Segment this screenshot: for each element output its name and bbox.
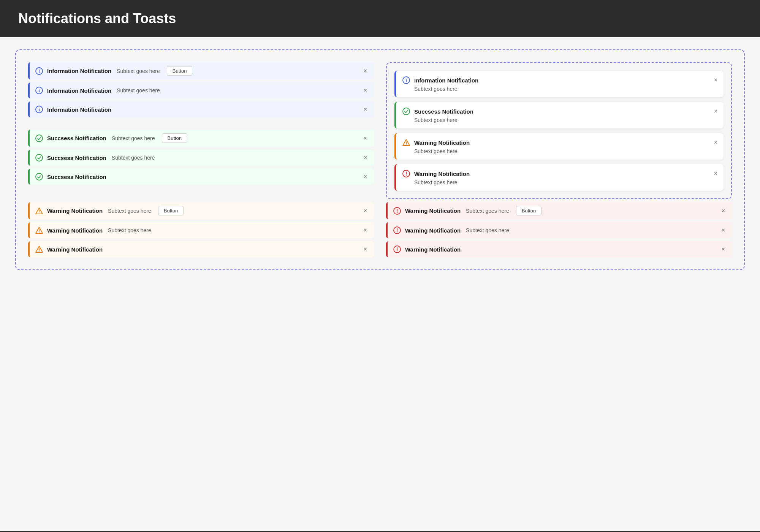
success-close-1[interactable]: × [362, 135, 369, 142]
error-card-subtext: Subtext goes here [414, 179, 717, 185]
warning-card-close[interactable]: × [714, 139, 717, 146]
success-subtext-1: Subtext goes here [112, 135, 155, 141]
success-title-2: Succsess Notification [47, 155, 106, 161]
error-icon-2: ! [393, 226, 401, 234]
info-notification-group: i Information Notification Subtext goes … [28, 62, 374, 117]
info-subtext-2: Subtext goes here [117, 87, 160, 93]
inner-dashed-container: i Information Notification × Subtext goe… [386, 62, 732, 199]
info-card-icon: i [402, 76, 410, 84]
svg-point-19 [39, 212, 40, 213]
warning-subtext-2: Subtext goes here [108, 227, 151, 233]
svg-point-6 [36, 135, 43, 142]
info-card-title: Information Notification [414, 77, 710, 84]
svg-text:i: i [38, 88, 40, 93]
main-content: i Information Notification Subtext goes … [0, 37, 760, 531]
page-title: Notifications and Toasts [18, 11, 742, 27]
info-notification-2: i Information Notification Subtext goes … [28, 82, 374, 98]
svg-point-11 [403, 108, 410, 115]
success-notification-1: Succsess Notification Subtext goes here … [28, 130, 374, 147]
info-title-2: Information Notification [47, 87, 111, 94]
info-title-1: Information Notification [47, 68, 111, 74]
svg-text:i: i [38, 107, 40, 112]
info-card: i Information Notification × Subtext goe… [394, 71, 724, 97]
error-close-3[interactable]: × [720, 245, 727, 253]
warning-close-1[interactable]: × [362, 207, 369, 215]
warning-notification-group: Warning Notification Subtext goes here B… [28, 202, 374, 257]
warning-icon-1 [35, 207, 43, 215]
info-title-3: Information Notification [47, 106, 111, 113]
warning-card-subtext: Subtext goes here [414, 148, 717, 154]
success-notification-group: Succsess Notification Subtext goes here … [28, 130, 374, 185]
success-notification-2: Succsess Notification Subtext goes here … [28, 150, 374, 166]
error-card-close[interactable]: × [714, 170, 717, 177]
success-close-2[interactable]: × [362, 154, 369, 162]
error-icon-1: ! [393, 207, 401, 215]
info-card-top: i Information Notification × [402, 76, 717, 84]
success-card-title: Succsess Notification [414, 108, 710, 115]
content-grid: i Information Notification Subtext goes … [28, 62, 732, 199]
error-card-icon: ! [402, 169, 410, 178]
bottom-row: Warning Notification Subtext goes here B… [28, 202, 732, 257]
success-subtext-2: Subtext goes here [112, 155, 155, 161]
warning-icon-3 [35, 245, 43, 253]
warning-icon-2 [35, 226, 43, 234]
error-title-3: Warning Notification [405, 246, 461, 253]
warning-title-3: Warning Notification [47, 246, 103, 253]
info-close-1[interactable]: × [362, 67, 369, 75]
error-notification-1: ! Warning Notification Subtext goes here… [386, 202, 732, 219]
error-close-1[interactable]: × [720, 207, 727, 215]
success-icon-1 [35, 134, 43, 142]
info-close-3[interactable]: × [362, 106, 369, 113]
success-notification-3: Succsess Notification × [28, 169, 374, 185]
error-title-2: Warning Notification [405, 227, 461, 234]
success-close-3[interactable]: × [362, 173, 369, 180]
warning-button-1[interactable]: Button [158, 206, 184, 215]
success-icon-2 [35, 154, 43, 162]
success-title-1: Succsess Notification [47, 135, 106, 141]
success-card-subtext: Subtext goes here [414, 117, 717, 123]
info-card-close[interactable]: × [714, 77, 717, 84]
warning-title-1: Warning Notification [47, 207, 103, 214]
info-notification-3: i Information Notification × [28, 101, 374, 117]
right-column: i Information Notification × Subtext goe… [386, 62, 732, 199]
svg-text:!: ! [396, 208, 398, 214]
error-card-top: ! Warning Notification × [402, 169, 717, 178]
success-card-icon [402, 107, 410, 116]
warning-card-icon [402, 138, 410, 147]
warning-notification-2: Warning Notification Subtext goes here × [28, 222, 374, 238]
svg-text:i: i [38, 68, 40, 74]
info-card-subtext: Subtext goes here [414, 86, 717, 92]
success-title-3: Succsess Notification [47, 174, 106, 180]
error-button-1[interactable]: Button [516, 206, 542, 215]
error-notification-group: ! Warning Notification Subtext goes here… [386, 202, 732, 257]
svg-text:i: i [405, 78, 407, 83]
error-card-title: Warning Notification [414, 171, 710, 177]
svg-text:!: ! [396, 227, 398, 233]
error-card: ! Warning Notification × Subtext goes he… [394, 164, 724, 191]
svg-text:!: ! [405, 171, 407, 177]
svg-text:!: ! [396, 246, 398, 252]
warning-notification-1: Warning Notification Subtext goes here B… [28, 202, 374, 219]
svg-point-7 [36, 154, 43, 161]
warning-subtext-1: Subtext goes here [108, 208, 151, 214]
left-column: i Information Notification Subtext goes … [28, 62, 374, 199]
warning-card-title: Warning Notification [414, 139, 710, 146]
warning-card: Warning Notification × Subtext goes here [394, 133, 724, 160]
success-icon-3 [35, 173, 43, 181]
outer-dashed-container: i Information Notification Subtext goes … [15, 49, 745, 270]
error-close-2[interactable]: × [720, 226, 727, 234]
error-subtext-2: Subtext goes here [466, 227, 509, 233]
error-notification-2: ! Warning Notification Subtext goes here… [386, 222, 732, 238]
success-button-1[interactable]: Button [162, 133, 188, 143]
info-notification-1: i Information Notification Subtext goes … [28, 62, 374, 79]
warning-card-top: Warning Notification × [402, 138, 717, 147]
info-close-2[interactable]: × [362, 87, 369, 94]
warning-close-3[interactable]: × [362, 245, 369, 253]
warning-notification-3: Warning Notification × [28, 241, 374, 257]
svg-point-25 [39, 251, 40, 252]
error-title-1: Warning Notification [405, 207, 461, 214]
info-button-1[interactable]: Button [167, 66, 193, 76]
info-icon-2: i [35, 86, 43, 95]
warning-close-2[interactable]: × [362, 226, 369, 234]
success-card-close[interactable]: × [714, 108, 717, 115]
